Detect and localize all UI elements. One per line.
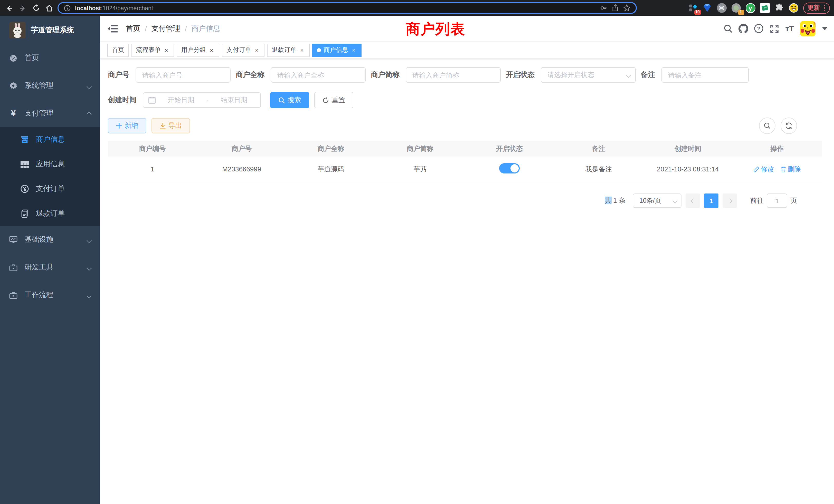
sidebar: 芋道管理系统 首页 系统管理 ¥ 支付管理 bbox=[0, 16, 100, 504]
close-icon[interactable]: × bbox=[351, 47, 357, 53]
search-icon[interactable] bbox=[723, 24, 733, 33]
font-size-icon[interactable]: тT bbox=[785, 24, 794, 33]
chevron-down-icon bbox=[626, 72, 631, 77]
close-icon[interactable]: × bbox=[208, 47, 215, 53]
share-icon[interactable] bbox=[612, 4, 619, 12]
sidebar-item-dev-tools[interactable]: 研发工具 bbox=[0, 254, 100, 281]
close-icon[interactable]: × bbox=[163, 47, 170, 53]
grid-icon bbox=[21, 160, 29, 168]
sidebar-logo[interactable]: 芋道管理系统 bbox=[0, 16, 100, 44]
field-label: 开启状态 bbox=[506, 70, 541, 79]
password-key-icon[interactable] bbox=[600, 4, 608, 12]
column-header: 开启状态 bbox=[465, 144, 554, 154]
remark-input[interactable] bbox=[661, 67, 749, 83]
toolbox-icon bbox=[9, 263, 18, 272]
delete-link[interactable]: 删除 bbox=[780, 164, 801, 174]
end-date-placeholder: 结束日期 bbox=[213, 95, 255, 105]
coin-icon bbox=[21, 185, 29, 193]
user-avatar[interactable] bbox=[800, 21, 815, 36]
total-count: 共 1 条 bbox=[605, 196, 626, 205]
extension-tiles-icon[interactable]: 10 bbox=[688, 3, 698, 13]
export-button[interactable]: 导出 bbox=[152, 118, 190, 134]
field-merchant-no: 商户号 bbox=[108, 67, 231, 83]
search-button[interactable]: 搜索 bbox=[270, 92, 309, 108]
sidebar-item-home[interactable]: 首页 bbox=[0, 44, 100, 72]
sidebar-item-app-info[interactable]: 应用信息 bbox=[0, 152, 100, 177]
back-icon[interactable] bbox=[4, 3, 14, 13]
tab-home[interactable]: 首页 bbox=[107, 43, 129, 57]
goto-label: 前往 bbox=[750, 196, 764, 205]
browser-update-button[interactable]: 更新 bbox=[803, 2, 830, 14]
home-icon[interactable] bbox=[44, 3, 54, 13]
github-icon[interactable] bbox=[739, 24, 748, 33]
reload-icon[interactable] bbox=[31, 3, 41, 13]
page-suffix: 页 bbox=[790, 196, 797, 205]
url-bar[interactable]: localhost:1024/pay/merchant bbox=[58, 2, 637, 14]
short-name-input[interactable] bbox=[406, 67, 501, 83]
column-header: 商户号 bbox=[197, 144, 287, 154]
status-select[interactable]: 请选择开启状态 bbox=[541, 67, 636, 83]
toggle-search-icon[interactable] bbox=[759, 117, 775, 134]
tab-pay-order[interactable]: 支付订单× bbox=[222, 43, 264, 57]
breadcrumb-section[interactable]: 支付管理 bbox=[152, 24, 180, 33]
goto-page-input[interactable] bbox=[767, 193, 787, 208]
logo-rabbit-image bbox=[9, 22, 26, 38]
bookmark-star-icon[interactable] bbox=[623, 4, 631, 12]
extension-yuque-icon[interactable]: y bbox=[745, 3, 755, 13]
sidebar-item-merchant-info[interactable]: 商户信息 bbox=[0, 127, 100, 152]
prev-page-button[interactable] bbox=[686, 193, 700, 208]
sidebar-item-payment[interactable]: ¥ 支付管理 bbox=[0, 99, 100, 127]
tab-refund-order[interactable]: 退款订单× bbox=[267, 43, 310, 57]
full-name-input[interactable] bbox=[271, 67, 366, 83]
add-button[interactable]: 新增 bbox=[108, 118, 146, 134]
sidebar-item-system[interactable]: 系统管理 bbox=[0, 72, 100, 99]
annotation-title: 商户列表 bbox=[406, 20, 465, 39]
cell-remark: 我是备注 bbox=[554, 164, 643, 174]
profile-emoji-avatar[interactable] bbox=[789, 3, 798, 13]
goto-page: 前往 页 bbox=[750, 193, 797, 208]
merchant-no-input[interactable] bbox=[136, 67, 231, 83]
page-number-1[interactable]: 1 bbox=[704, 193, 719, 208]
sidebar-item-workflow[interactable]: 工作流程 bbox=[0, 281, 100, 309]
breadcrumb-home[interactable]: 首页 bbox=[126, 24, 140, 33]
extension-gem-icon[interactable] bbox=[702, 3, 712, 13]
table-tools bbox=[759, 117, 797, 134]
info-icon[interactable] bbox=[64, 4, 71, 12]
close-icon[interactable]: × bbox=[299, 47, 305, 53]
shop-icon bbox=[21, 136, 29, 144]
table-toolbar: 新增 导出 bbox=[108, 117, 822, 134]
cell-create-time: 2021-10-23 08:31:14 bbox=[643, 165, 732, 173]
refresh-icon[interactable] bbox=[781, 117, 797, 134]
field-label: 备注 bbox=[641, 70, 661, 79]
edit-link[interactable]: 修改 bbox=[753, 164, 774, 174]
help-icon[interactable]: ? bbox=[754, 24, 764, 33]
next-page-button[interactable] bbox=[723, 193, 737, 208]
status-toggle[interactable] bbox=[499, 163, 520, 174]
extension-command-icon[interactable]: ⌘ bbox=[717, 3, 726, 13]
close-icon[interactable]: × bbox=[254, 47, 260, 53]
sidebar-item-infrastructure[interactable]: 基础设施 bbox=[0, 226, 100, 254]
tab-process-form[interactable]: 流程表单× bbox=[131, 43, 174, 57]
extension-circle-icon[interactable]: 1 bbox=[731, 3, 741, 13]
date-range-picker[interactable]: 开始日期 - 结束日期 bbox=[143, 92, 261, 108]
field-label: 创建时间 bbox=[108, 95, 143, 105]
forward-icon[interactable] bbox=[18, 3, 28, 13]
sidebar-item-pay-order[interactable]: 支付订单 bbox=[0, 177, 100, 201]
cell-actions: 修改 删除 bbox=[732, 164, 822, 174]
tab-user-group[interactable]: 用户分组× bbox=[177, 43, 219, 57]
cell-full-name: 芋道源码 bbox=[286, 164, 376, 174]
extension-badge: 10 bbox=[694, 10, 701, 15]
puzzle-extensions-icon[interactable] bbox=[774, 3, 784, 13]
extension-chat-icon[interactable] bbox=[760, 3, 770, 13]
sidebar-item-refund-order[interactable]: 退款订单 bbox=[0, 201, 100, 226]
sidebar-collapse-icon[interactable] bbox=[107, 23, 117, 33]
avatar-caret-icon[interactable] bbox=[822, 27, 827, 30]
cell-id: 1 bbox=[108, 165, 197, 173]
reset-button[interactable]: 重置 bbox=[314, 92, 353, 108]
field-full-name: 商户全称 bbox=[236, 67, 366, 83]
extensions-area: 10 ⌘ 1 y 更新 bbox=[640, 2, 830, 14]
page-size-select[interactable]: 10条/页 bbox=[633, 193, 681, 208]
fullscreen-icon[interactable] bbox=[769, 24, 779, 33]
tab-merchant-info[interactable]: 商户信息× bbox=[312, 43, 361, 57]
browser-menu-icon[interactable] bbox=[824, 5, 825, 11]
